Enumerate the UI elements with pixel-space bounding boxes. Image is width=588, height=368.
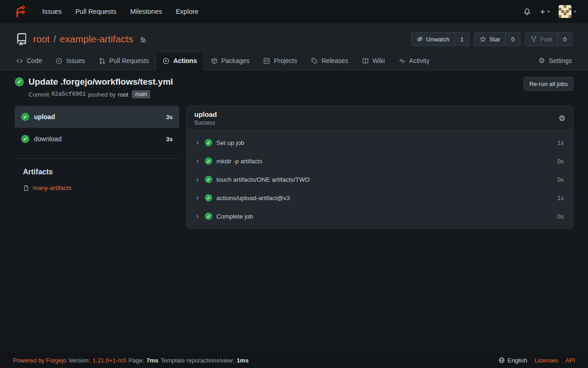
job-name: download	[34, 135, 62, 143]
sidebar-divider	[15, 158, 179, 159]
tab-label: Wiki	[373, 57, 384, 64]
job-options-gear-icon[interactable]: ⚙	[559, 114, 565, 123]
tab-settings[interactable]: ⚙ Settings	[531, 52, 579, 70]
branch-badge[interactable]: main	[132, 90, 150, 98]
repo-name-link[interactable]: example-artifacts	[60, 34, 133, 45]
step-label: actions/upload-artifact@v3	[216, 195, 290, 201]
fork-label: Fork	[540, 36, 552, 43]
step-duration: 0s	[557, 213, 564, 220]
step-row-mkdir[interactable]: › ✓ mkdir -p artifacts 0s	[187, 152, 573, 170]
step-row-upload-artifact[interactable]: › ✓ actions/upload-artifact@v3 1s	[187, 189, 573, 207]
tab-label: Settings	[548, 57, 572, 64]
tab-label: Issues	[66, 57, 85, 64]
repo-header: root / example-artifacts	[0, 23, 588, 70]
tab-code[interactable]: Code	[9, 52, 49, 70]
chevron-right-icon: ›	[196, 194, 201, 201]
step-label: touch artifacts/ONE artifacts/TWO	[216, 176, 310, 183]
watchers-count[interactable]: 1	[455, 32, 469, 46]
page-time-label: Page:	[129, 357, 144, 364]
tab-activity[interactable]: Activity	[392, 52, 436, 70]
language-selector[interactable]: English	[498, 357, 527, 364]
commit-label: Commit	[28, 91, 49, 98]
globe-icon	[498, 357, 505, 363]
fork-button[interactable]: Fork	[525, 32, 558, 46]
eye-off-icon	[417, 36, 423, 42]
job-item-download[interactable]: ✓ download 3s	[15, 128, 179, 150]
create-new-button[interactable]: + ▾	[540, 7, 550, 16]
step-label: Complete job	[216, 213, 253, 220]
tab-actions[interactable]: Actions	[156, 52, 204, 70]
tab-packages[interactable]: Packages	[204, 52, 256, 70]
job-detail-card: upload Success ⚙ › ✓ Set up job 1s › ✓ m…	[187, 106, 573, 229]
job-card-header: upload Success ⚙	[187, 106, 573, 131]
repo-breadcrumb: root / example-artifacts	[33, 34, 133, 45]
nav-issues[interactable]: Issues	[37, 5, 67, 18]
version-label: Version:	[68, 357, 90, 364]
template-time-value: 1ms	[237, 357, 249, 364]
play-circle-icon	[163, 58, 170, 64]
pushed-by-label: pushed by	[88, 91, 116, 98]
fork-button-group: Fork 0	[525, 32, 572, 46]
steps-list: › ✓ Set up job 1s › ✓ mkdir -p artifacts…	[187, 131, 573, 228]
chevron-right-icon: ›	[196, 213, 201, 220]
unwatch-button[interactable]: Unwatch	[411, 32, 455, 46]
artifacts-title: Artifacts	[23, 168, 179, 176]
watch-button-group: Unwatch 1	[411, 32, 470, 46]
step-row-complete-job[interactable]: › ✓ Complete job 0s	[187, 207, 573, 225]
pull-request-icon	[99, 58, 106, 64]
tab-label: Code	[27, 57, 42, 64]
file-icon	[23, 185, 29, 191]
star-button[interactable]: Star	[474, 32, 506, 46]
fork-icon	[531, 36, 537, 42]
tab-issues[interactable]: Issues	[49, 52, 91, 70]
forgejo-logo-icon	[12, 5, 26, 18]
code-icon	[16, 58, 23, 64]
run-body: ✓ upload 3s ✓ download 3s Artifacts	[15, 106, 573, 229]
repo-action-buttons: Unwatch 1 Star 0	[411, 32, 572, 46]
user-menu[interactable]: ▾	[559, 5, 576, 18]
tab-wiki[interactable]: Wiki	[355, 52, 391, 70]
api-link[interactable]: API	[565, 357, 575, 364]
stars-count[interactable]: 0	[506, 32, 520, 46]
tab-label: Activity	[409, 57, 430, 64]
powered-by-link[interactable]: Powered by Forgejo	[13, 357, 66, 364]
jobs-sidebar: ✓ upload 3s ✓ download 3s Artifacts	[15, 106, 179, 193]
forks-count[interactable]: 0	[558, 32, 572, 46]
navbar-right: + ▾ ▾	[523, 5, 576, 18]
notifications-button[interactable]	[523, 8, 531, 16]
run-title: Update .forgejo/workflows/test.yml	[28, 77, 173, 87]
star-button-group: Star 0	[474, 32, 520, 46]
plus-icon: +	[540, 7, 545, 16]
step-success-icon: ✓	[205, 213, 212, 220]
star-icon	[480, 36, 486, 42]
issue-icon	[56, 58, 62, 64]
tab-projects[interactable]: Projects	[256, 52, 304, 70]
language-label: English	[508, 357, 527, 364]
commit-sha-link[interactable]: 82a5cf6961	[51, 91, 86, 98]
rss-feed-button[interactable]	[140, 36, 147, 43]
tab-label: Projects	[274, 57, 297, 64]
repo-owner-link[interactable]: root	[33, 34, 50, 45]
licenses-link[interactable]: Licenses	[535, 357, 558, 364]
tab-label: Actions	[173, 57, 197, 64]
nav-pull-requests[interactable]: Pull Requests	[70, 5, 122, 18]
tab-releases[interactable]: Releases	[304, 52, 355, 70]
nav-milestones[interactable]: Milestones	[124, 5, 167, 18]
author-link[interactable]: root	[118, 91, 128, 98]
nav-explore[interactable]: Explore	[170, 5, 204, 18]
forgejo-logo[interactable]	[12, 5, 26, 18]
step-row-set-up-job[interactable]: › ✓ Set up job 1s	[187, 133, 573, 152]
artifact-link-many-artifacts[interactable]: many-artifacts	[23, 184, 72, 191]
footer-left: Powered by Forgejo Version: 1.21.0+1-rc0…	[13, 357, 249, 364]
job-success-icon: ✓	[21, 113, 29, 121]
chevron-right-icon: ›	[196, 139, 201, 146]
run-success-icon: ✓	[15, 77, 24, 86]
run-title-block: ✓ Update .forgejo/workflows/test.yml Com…	[15, 77, 173, 98]
rerun-all-jobs-button[interactable]: Re-run all jobs	[524, 77, 573, 91]
step-row-touch[interactable]: › ✓ touch artifacts/ONE artifacts/TWO 0s	[187, 170, 573, 189]
job-success-icon: ✓	[21, 135, 29, 143]
version-link[interactable]: 1.21.0+1-rc0	[92, 357, 126, 364]
tab-pull-requests[interactable]: Pull Requests	[92, 52, 156, 70]
job-item-upload[interactable]: ✓ upload 3s	[15, 106, 179, 128]
main-nav: Issues Pull Requests Milestones Explore	[37, 5, 204, 18]
